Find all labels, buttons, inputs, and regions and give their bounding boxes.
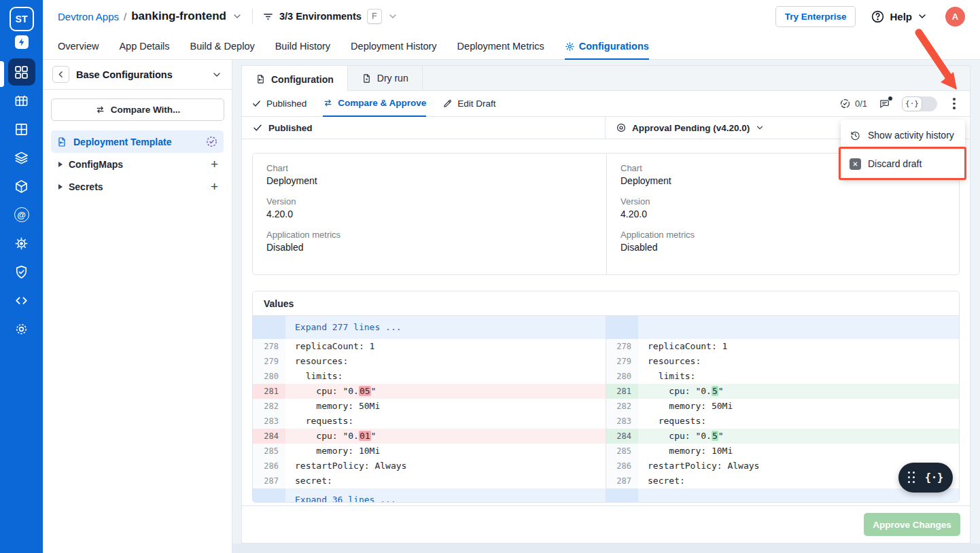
help-menu[interactable]: Help [871,10,928,24]
diff-row: 280 limits:280 limits: [253,369,959,384]
add-configmap-button[interactable]: + [211,158,218,171]
expand-bottom-row[interactable]: Expand 36 lines ... [253,488,959,503]
braces-icon: {·} [925,471,943,484]
values-title: Values [253,291,959,316]
tree-item-label: ConfigMaps [69,159,123,170]
summary-left: ChartDeployment Version4.20.0 Applicatio… [253,154,606,274]
at-icon: @ [14,207,29,222]
approval-pending-icon [205,135,218,148]
expand-triangle-icon[interactable] [58,184,63,190]
discard-icon [850,158,861,170]
tab-dry-run-label: Dry run [377,73,408,84]
nav-security[interactable] [8,258,35,285]
chevron-down-icon [917,11,928,22]
devtron-logo: ST [10,7,34,31]
check-icon [252,122,263,133]
code-line: cpu: "0.01" [285,429,606,444]
tree-item-label: Secrets [69,181,103,192]
back-button[interactable] [52,66,69,83]
line-number: 285 [253,444,285,459]
code-line: memory: 50Mi [285,399,606,414]
values-card: Values Expand 277 lines ... 278replicaCo… [252,291,960,503]
try-enterprise-button[interactable]: Try Enterprise [775,6,856,27]
nav-clusters[interactable] [8,230,35,257]
line-number: 283 [606,414,638,429]
chevron-down-icon[interactable] [211,69,222,80]
tree-item-deployment-template[interactable]: Deployment Template [51,130,224,153]
comments-button[interactable] [878,98,891,109]
tab-deployment-metrics[interactable]: Deployment Metrics [457,41,544,60]
nav-application-groups[interactable] [8,115,35,143]
tab-overview[interactable]: Overview [58,41,99,60]
compare-toolbar: Published Compare & Approve Edit Draft 0… [242,91,970,117]
expand-triangle-icon[interactable] [58,162,63,167]
expand-top-row[interactable]: Expand 277 lines ... [253,316,959,339]
diff-row: 287secret:287secret: [253,474,959,488]
code-line: cpu: "0.5" [638,384,959,399]
approval-count: 0/1 [839,98,867,109]
chevron-down-icon[interactable] [755,123,765,132]
diff-row: 282 memory: 50Mi282 memory: 50Mi [253,399,959,414]
field-value: Disabled [620,242,945,253]
line-number: 287 [253,474,285,488]
nav-software-distribution[interactable] [8,144,35,171]
nav-code[interactable] [8,287,35,314]
approve-changes-button[interactable]: Approve Changes [864,513,960,536]
more-options-button[interactable] [948,96,960,110]
mode-compare-approve[interactable]: Compare & Approve [323,91,426,117]
nav-resource-browser[interactable]: @ [8,201,35,228]
code-view-toggle[interactable]: {·} [902,96,937,111]
tab-build-history[interactable]: Build History [275,41,330,60]
code-line: secret: [285,474,606,488]
menu-item-discard-draft[interactable]: Discard draft [841,149,965,178]
document-play-icon [362,73,372,84]
chevron-down-icon[interactable] [387,11,398,22]
code-line: cpu: "0.05" [285,384,606,399]
code-line: memory: 50Mi [638,399,959,414]
drag-handle-icon[interactable] [908,471,915,484]
menu-item-label: Discard draft [868,158,922,169]
nav-chart-store[interactable] [8,173,35,200]
user-avatar[interactable]: A [945,7,965,26]
expand-bottom-link[interactable]: Expand 36 lines ... [285,488,606,503]
tab-app-details[interactable]: App Details [119,41,169,60]
tab-configuration-label: Configuration [271,74,334,85]
tab-configuration[interactable]: Configuration [242,66,348,92]
breadcrumb-root[interactable]: Devtron Apps [58,11,119,22]
values-diff: Expand 277 lines ... 278replicaCount: 12… [253,316,959,503]
mode-label: Compare & Approve [338,98,426,108]
tree-item-secrets[interactable]: Secrets + [51,175,224,198]
approval-count-label: 0/1 [855,99,867,109]
mode-published[interactable]: Published [251,91,307,117]
tree-item-label: Deployment Template [73,137,171,147]
environment-filter[interactable]: 3/3 Environments F [262,9,398,24]
more-options-menu: Show activity history Discard draft [841,120,965,179]
line-number: 280 [606,369,638,384]
diff-rows: 278replicaCount: 1278replicaCount: 1279r… [253,339,959,488]
expand-top-link[interactable]: Expand 277 lines ... [285,316,606,339]
mode-label: Published [266,99,307,109]
code-line: requests: [285,414,606,429]
chevron-down-icon[interactable] [232,11,243,22]
tab-deployment-history[interactable]: Deployment History [351,41,437,60]
chevron-left-icon [56,70,65,79]
compare-with-button[interactable]: Compare With... [51,99,224,121]
code-line: limits: [638,369,959,384]
floating-code-widget[interactable]: {·} [898,463,953,493]
configuration-workspace: Configuration Dry run Published Compare … [232,60,980,553]
line-number: 284 [606,429,638,444]
gear-icon [565,41,575,52]
menu-item-show-activity-history[interactable]: Show activity history [841,121,965,149]
nav-applications[interactable] [8,58,35,86]
nav-jobs[interactable] [8,87,35,114]
diff-row: 279resources:279resources: [253,354,959,369]
add-secret-button[interactable]: + [211,180,218,193]
tab-build-deploy[interactable]: Build & Deploy [190,41,255,60]
tree-item-configmaps[interactable]: ConfigMaps + [51,153,224,175]
mode-edit-draft[interactable]: Edit Draft [442,91,495,117]
swap-icon [95,105,105,115]
tab-dry-run[interactable]: Dry run [348,66,423,90]
nav-global-config[interactable] [8,315,35,342]
tab-configurations[interactable]: Configurations [565,41,649,60]
diff-word-highlight: 5 [712,386,718,396]
